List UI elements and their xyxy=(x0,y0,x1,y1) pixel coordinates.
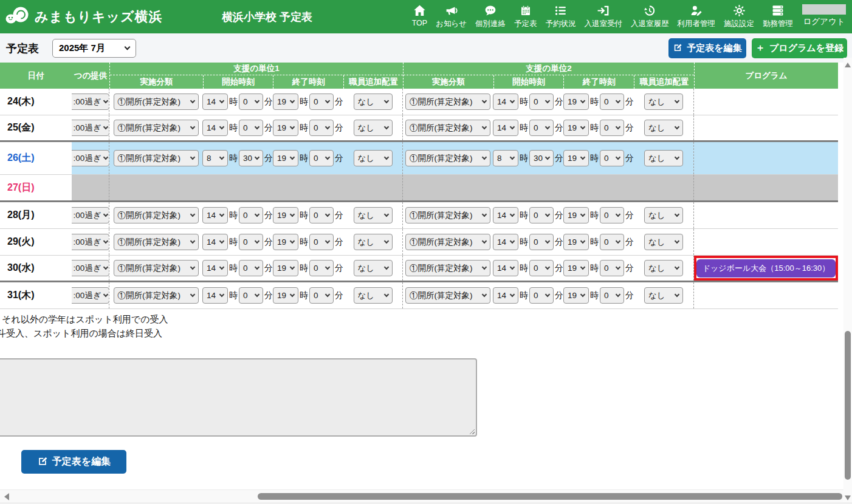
unit1-start-hour-select[interactable]: 8 xyxy=(202,150,228,166)
unit2-end-hour-select[interactable]: 19 xyxy=(563,260,589,276)
unit1-end-minute-select[interactable]: 0 xyxy=(309,150,334,166)
unit1-category-select[interactable]: ①開所(算定対象) xyxy=(114,150,199,166)
horizontal-scrollbar-thumb[interactable] xyxy=(258,493,842,500)
unit1-start-hour-select[interactable]: 14 xyxy=(202,94,228,110)
user-menu[interactable]: ログアウト xyxy=(799,3,850,27)
unit2-start-hour-select[interactable]: 14 xyxy=(493,287,518,304)
unit2-start-hour-select[interactable]: 14 xyxy=(493,94,518,110)
nav-item-attendance[interactable]: 勤務管理 xyxy=(758,3,797,29)
unit2-end-hour-select[interactable]: 19 xyxy=(563,94,589,110)
unit2-category-select[interactable]: ①開所(算定対象) xyxy=(405,234,490,250)
unit1-staff-select[interactable]: なし xyxy=(354,234,393,250)
unit1-end-minute-select[interactable]: 0 xyxy=(309,260,334,276)
unit2-end-hour-select[interactable]: 19 xyxy=(563,150,589,166)
unit1-start-hour-select[interactable]: 14 xyxy=(202,120,228,136)
scroll-up-arrow-icon[interactable] xyxy=(845,63,851,67)
unit2-start-hour-select[interactable]: 14 xyxy=(493,234,518,250)
nav-item-top[interactable]: TOP xyxy=(408,3,431,27)
unit2-start-minute-select[interactable]: 0 xyxy=(529,234,554,250)
unit1-staff-select[interactable]: なし xyxy=(354,260,393,276)
unit1-start-minute-select[interactable]: 0 xyxy=(239,287,263,304)
unit1-start-minute-select[interactable]: 0 xyxy=(239,120,263,136)
unit2-end-minute-select[interactable]: 0 xyxy=(600,120,624,136)
unit1-end-hour-select[interactable]: 19 xyxy=(273,207,298,223)
unit1-staff-select[interactable]: なし xyxy=(354,287,393,304)
unit1-start-hour-select[interactable]: 14 xyxy=(202,234,228,250)
unit1-category-select[interactable]: ①開所(算定対象) xyxy=(114,287,199,304)
snack-select[interactable]: :00過ぎ xyxy=(72,207,109,223)
unit2-start-minute-select[interactable]: 0 xyxy=(529,94,554,110)
resize-handle-icon[interactable] xyxy=(468,427,475,434)
scroll-left-arrow-icon[interactable] xyxy=(4,493,9,500)
unit1-staff-select[interactable]: なし xyxy=(354,207,393,223)
unit2-start-hour-select[interactable]: 14 xyxy=(493,260,518,276)
unit1-category-select[interactable]: ①開所(算定対象) xyxy=(114,260,199,276)
nav-item-users[interactable]: 利用者管理 xyxy=(673,3,720,29)
brand[interactable]: みまもりキッズ横浜 xyxy=(5,5,163,29)
unit2-start-hour-select[interactable]: 14 xyxy=(493,207,518,223)
unit1-staff-select[interactable]: なし xyxy=(354,150,393,166)
memo-textarea[interactable] xyxy=(0,358,477,437)
edit-schedule-button-top[interactable]: 予定表を編集 xyxy=(668,38,746,58)
snack-select[interactable]: :00過ぎ xyxy=(72,260,109,276)
unit2-end-hour-select[interactable]: 19 xyxy=(563,120,589,136)
unit2-end-minute-select[interactable]: 0 xyxy=(600,150,624,166)
unit1-end-minute-select[interactable]: 0 xyxy=(309,207,334,223)
unit1-start-hour-select[interactable]: 14 xyxy=(202,207,228,223)
unit2-staff-select[interactable]: なし xyxy=(644,234,683,250)
unit1-end-hour-select[interactable]: 19 xyxy=(273,260,298,276)
unit1-category-select[interactable]: ①開所(算定対象) xyxy=(114,234,199,250)
unit1-end-minute-select[interactable]: 0 xyxy=(309,287,334,304)
unit1-staff-select[interactable]: なし xyxy=(354,94,393,110)
unit2-staff-select[interactable]: なし xyxy=(644,150,683,166)
unit2-start-minute-select[interactable]: 30 xyxy=(529,150,554,166)
unit2-start-minute-select[interactable]: 0 xyxy=(529,207,554,223)
unit1-category-select[interactable]: ①開所(算定対象) xyxy=(114,207,199,223)
scroll-down-arrow-icon[interactable] xyxy=(845,495,851,500)
unit1-start-hour-select[interactable]: 14 xyxy=(202,287,228,304)
unit1-category-select[interactable]: ①開所(算定対象) xyxy=(114,94,199,110)
unit2-staff-select[interactable]: なし xyxy=(644,260,683,276)
vertical-scrollbar-thumb[interactable] xyxy=(845,331,851,480)
unit1-start-minute-select[interactable]: 0 xyxy=(239,94,263,110)
snack-select[interactable]: :00過ぎ xyxy=(72,287,109,304)
unit2-end-minute-select[interactable]: 0 xyxy=(600,207,624,223)
unit2-end-hour-select[interactable]: 19 xyxy=(563,234,589,250)
register-program-button[interactable]: プログラムを登録 xyxy=(752,38,847,58)
unit1-start-minute-select[interactable]: 0 xyxy=(239,260,263,276)
unit2-staff-select[interactable]: なし xyxy=(644,120,683,136)
unit1-start-minute-select[interactable]: 0 xyxy=(239,207,263,223)
snack-select[interactable]: :00過ぎ xyxy=(72,120,109,136)
nav-item-schedule[interactable]: 予定表 xyxy=(510,3,541,29)
month-select[interactable]: 2025年 7月 xyxy=(52,39,136,58)
edit-schedule-button-bottom[interactable]: 予定表を編集 xyxy=(21,450,126,474)
unit1-end-minute-select[interactable]: 0 xyxy=(309,234,334,250)
unit2-start-hour-select[interactable]: 8 xyxy=(493,150,518,166)
unit2-start-minute-select[interactable]: 0 xyxy=(529,260,554,276)
unit1-end-minute-select[interactable]: 0 xyxy=(309,94,334,110)
unit1-category-select[interactable]: ①開所(算定対象) xyxy=(114,120,199,136)
nav-item-reservations[interactable]: 予約状況 xyxy=(541,3,580,29)
program-button[interactable]: ドッジボール大会（15:00～16:30） xyxy=(696,259,836,278)
unit2-staff-select[interactable]: なし xyxy=(644,287,683,304)
unit2-start-minute-select[interactable]: 0 xyxy=(529,287,554,304)
nav-item-history[interactable]: 入退室履歴 xyxy=(627,3,673,29)
unit2-category-select[interactable]: ①開所(算定対象) xyxy=(405,260,490,276)
unit2-end-minute-select[interactable]: 0 xyxy=(600,287,624,304)
unit2-category-select[interactable]: ①開所(算定対象) xyxy=(405,120,490,136)
unit1-end-hour-select[interactable]: 19 xyxy=(273,150,298,166)
unit2-staff-select[interactable]: なし xyxy=(644,207,683,223)
unit1-start-minute-select[interactable]: 30 xyxy=(239,150,263,166)
unit2-start-hour-select[interactable]: 14 xyxy=(493,120,518,136)
unit1-end-minute-select[interactable]: 0 xyxy=(309,120,334,136)
unit1-end-hour-select[interactable]: 19 xyxy=(273,94,298,110)
unit1-start-minute-select[interactable]: 0 xyxy=(239,234,263,250)
unit2-end-hour-select[interactable]: 19 xyxy=(563,287,589,304)
unit2-staff-select[interactable]: なし xyxy=(644,94,683,110)
unit2-category-select[interactable]: ①開所(算定対象) xyxy=(405,94,490,110)
snack-select[interactable]: :00過ぎ xyxy=(72,94,109,110)
unit2-end-minute-select[interactable]: 0 xyxy=(600,260,624,276)
unit2-end-hour-select[interactable]: 19 xyxy=(563,207,589,223)
nav-item-messages[interactable]: 個別連絡 xyxy=(471,3,510,29)
unit1-end-hour-select[interactable]: 19 xyxy=(273,287,298,304)
